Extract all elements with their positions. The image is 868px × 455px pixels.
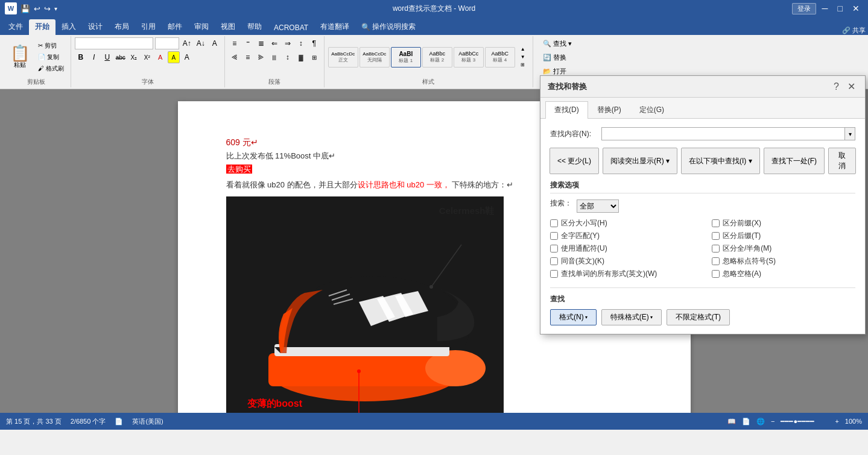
align-right-button[interactable]: ⫸ <box>255 51 267 63</box>
close-button[interactable]: ✕ <box>849 2 863 14</box>
minimize-button[interactable]: ─ <box>819 2 832 14</box>
fullwidth-label: 区分全/半角(M) <box>723 243 771 254</box>
dialog-tab-find[interactable]: 查找(D) <box>545 101 588 119</box>
tab-view[interactable]: 视图 <box>215 19 241 35</box>
share-button[interactable]: 🔗 共享 <box>842 26 866 35</box>
find-next-button[interactable]: 查找下一处(F) <box>764 148 825 174</box>
tab-references[interactable]: 引用 <box>135 19 162 35</box>
login-button[interactable]: 登录 <box>792 3 816 14</box>
less-button[interactable]: << 更少(L) <box>550 148 599 174</box>
tab-review[interactable]: 审阅 <box>188 19 215 35</box>
find-in-button[interactable]: 在以下项中查找(I) ▾ <box>681 148 760 174</box>
quick-access-redo[interactable]: ↪ <box>44 4 51 13</box>
search-input[interactable] <box>601 127 844 140</box>
superscript-button[interactable]: X² <box>141 51 153 63</box>
cut-button[interactable]: ✂ 剪切 <box>35 40 67 51</box>
case-checkbox[interactable] <box>550 219 558 227</box>
numbering-button[interactable]: ⁼ <box>242 37 254 49</box>
wildcard-checkbox[interactable] <box>550 245 558 253</box>
zoom-in-button[interactable]: + <box>835 418 838 425</box>
style-normal-button[interactable]: AaBbCcDc正文 <box>328 47 358 67</box>
styles-scroll-up[interactable]: ▲ <box>517 45 529 53</box>
decrease-indent-button[interactable]: ⇐ <box>268 37 280 49</box>
shading-button[interactable]: ▓ <box>295 51 307 63</box>
increase-indent-button[interactable]: ⇒ <box>282 37 294 49</box>
underline-button[interactable]: U <box>101 51 113 63</box>
paragraph-group: ≡ ⁼ ≣ ⇐ ⇒ ↕ ¶ ⫷ ≡ ⫸ ⫼ ↕ ▓ ⊞ 段落 <box>225 36 325 87</box>
line-spacing-button[interactable]: ↕ <box>282 51 294 63</box>
tab-design[interactable]: 设计 <box>82 19 109 35</box>
cancel-button[interactable]: 取消 <box>828 148 856 174</box>
search-scope-select[interactable]: 全部 向上 向下 <box>577 199 619 213</box>
subscript-button[interactable]: X₂ <box>128 51 140 63</box>
align-center-button[interactable]: ≡ <box>242 51 254 63</box>
align-left-button[interactable]: ⫷ <box>229 51 241 63</box>
style-h3-button[interactable]: AaBbCc标题 3 <box>454 47 484 67</box>
allforms-checkbox[interactable] <box>550 270 558 278</box>
show-marks-button[interactable]: ¶ <box>308 37 320 49</box>
view-mode-read[interactable]: 📖 <box>727 418 736 425</box>
font-family-select[interactable] <box>75 37 153 49</box>
font-size-increase-button[interactable]: A↑ <box>181 37 193 49</box>
zoom-out-button[interactable]: − <box>771 418 775 425</box>
no-format-button[interactable]: 不限定格式(T) <box>667 309 730 325</box>
border-button[interactable]: ⊞ <box>308 51 320 63</box>
justify-button[interactable]: ⫼ <box>268 51 280 63</box>
styles-more[interactable]: ⊞ <box>517 61 529 69</box>
space-checkbox[interactable] <box>712 270 720 278</box>
styles-scroll-down[interactable]: ▼ <box>517 53 529 61</box>
search-dropdown-button[interactable]: ▾ <box>844 127 855 140</box>
quick-access-customize[interactable]: ▾ <box>54 5 57 12</box>
copy-button[interactable]: 📄 复制 <box>35 52 67 63</box>
tab-operations[interactable]: 🔍操作说明搜索 <box>355 19 422 35</box>
view-mode-print[interactable]: 📄 <box>742 418 750 425</box>
restore-button[interactable]: □ <box>834 2 846 14</box>
punct-checkbox[interactable] <box>712 257 720 265</box>
suffix-checkbox[interactable] <box>712 232 720 240</box>
strikethrough-button[interactable]: abc <box>115 51 127 63</box>
font-size-decrease-button[interactable]: A↓ <box>195 37 207 49</box>
tab-acrobat[interactable]: ACROBAT <box>268 21 314 35</box>
quick-access-undo[interactable]: ↩ <box>34 4 40 13</box>
replace-button[interactable]: 🔄 替换 <box>539 51 570 64</box>
purchase-link[interactable]: 去购买 <box>226 165 252 174</box>
style-h1-button[interactable]: AaBl标题 1 <box>391 47 421 67</box>
style-h4-button[interactable]: AaBbC标题 4 <box>485 47 515 67</box>
style-no-spacing-button[interactable]: AaBbCcDc无间隔 <box>360 47 390 67</box>
format-button[interactable]: 格式(N) ▾ <box>550 309 597 325</box>
dialog-tab-goto[interactable]: 定位(G) <box>630 101 673 118</box>
tab-layout[interactable]: 布局 <box>109 19 135 35</box>
font-size-select[interactable] <box>155 37 179 49</box>
bullets-button[interactable]: ≡ <box>229 37 241 49</box>
tab-home[interactable]: 开始 <box>29 19 55 35</box>
tab-insert[interactable]: 插入 <box>55 19 82 35</box>
paste-button[interactable]: 📋 粘贴 <box>6 42 34 72</box>
italic-button[interactable]: I <box>88 51 100 63</box>
tab-youdao[interactable]: 有道翻译 <box>314 19 355 35</box>
multilevel-button[interactable]: ≣ <box>255 37 267 49</box>
tab-file[interactable]: 文件 <box>2 19 29 35</box>
style-h2-button[interactable]: AaBbc标题 2 <box>422 47 452 67</box>
tab-help[interactable]: 帮助 <box>241 19 268 35</box>
prefix-checkbox[interactable] <box>712 219 720 227</box>
view-mode-web[interactable]: 🌐 <box>756 418 765 425</box>
whole-checkbox[interactable] <box>550 232 558 240</box>
bold-button[interactable]: B <box>75 51 87 63</box>
format-painter-button[interactable]: 🖌 格式刷 <box>35 63 67 74</box>
text-effect-button[interactable]: A <box>181 51 193 63</box>
clear-format-button[interactable]: A <box>209 37 221 49</box>
highlight-button[interactable]: A <box>168 51 180 63</box>
fullwidth-checkbox[interactable] <box>712 245 720 253</box>
homophone-checkbox[interactable] <box>550 257 558 265</box>
sort-button[interactable]: ↕ <box>295 37 307 49</box>
find-button[interactable]: 🔍 查找 ▾ <box>539 37 575 50</box>
reading-highlight-button[interactable]: 阅读突出显示(R) ▾ <box>603 148 677 174</box>
quick-access-save[interactable]: 💾 <box>21 4 30 13</box>
special-format-button[interactable]: 特殊格式(E) ▾ <box>601 309 662 325</box>
tab-mailing[interactable]: 邮件 <box>162 19 188 35</box>
zoom-slider[interactable]: ━━━●━━━━ <box>781 418 829 425</box>
font-color-button[interactable]: A <box>154 51 166 63</box>
dialog-close-button[interactable]: ✕ <box>845 81 858 92</box>
dialog-tab-replace[interactable]: 替换(P) <box>588 101 630 118</box>
dialog-help-button[interactable]: ? <box>831 81 841 92</box>
